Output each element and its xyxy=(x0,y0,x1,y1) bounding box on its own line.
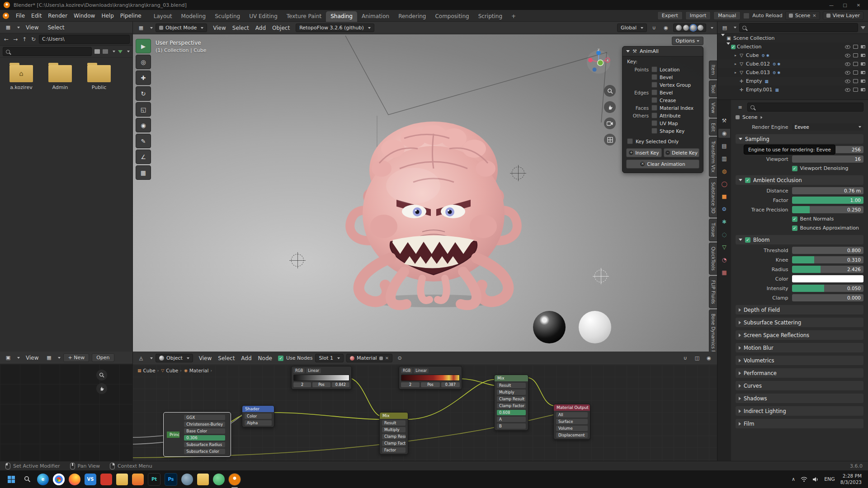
slot-dropdown[interactable]: Slot 1 xyxy=(315,354,344,362)
folder-item[interactable]: Public xyxy=(84,65,114,90)
viewport-canvas[interactable]: User Perspective (1) Collection | Cube ▶… xyxy=(133,34,717,352)
node-socket-row[interactable]: Factor xyxy=(382,447,406,453)
start-button[interactable] xyxy=(5,474,17,485)
menu-item[interactable]: Node xyxy=(255,355,275,361)
bloom-checkbox[interactable]: ✓ xyxy=(745,237,750,243)
key-selected-only-checkbox[interactable] xyxy=(627,138,633,144)
node-socket-row[interactable]: Multiply xyxy=(497,389,526,395)
collapsed-section[interactable]: Motion Blur xyxy=(736,343,863,352)
collapse-icon[interactable] xyxy=(626,50,630,52)
import-button[interactable]: Import xyxy=(685,11,711,20)
ramp-index[interactable]: 2 xyxy=(401,382,420,387)
node-socket-row[interactable]: Multiply xyxy=(382,427,406,432)
workspace-tab[interactable]: Animation xyxy=(357,11,394,22)
node-socket-row[interactable]: Displacement xyxy=(556,432,588,438)
section-bloom[interactable]: ✓ Bloom xyxy=(736,235,863,244)
wifi-icon[interactable] xyxy=(801,477,807,482)
menu-item[interactable]: Select xyxy=(229,25,252,31)
section-sampling[interactable]: Sampling xyxy=(736,134,863,144)
scene-unlink-icon[interactable]: ✕ xyxy=(812,13,816,18)
image-editor-canvas[interactable] xyxy=(0,364,132,461)
taskbar-app-icon[interactable] xyxy=(116,474,128,485)
properties-tab[interactable]: ◌ xyxy=(718,230,730,239)
rendered-shading-button[interactable] xyxy=(698,25,703,31)
taskbar-app-icon[interactable] xyxy=(229,474,241,485)
path-field[interactable]: C:\Users\ xyxy=(39,35,130,44)
new-image-button[interactable]: + New xyxy=(63,353,89,362)
workspace-tab[interactable]: Scripting xyxy=(474,11,507,22)
taskbar-app-icon[interactable]: VS xyxy=(85,474,96,485)
collapsed-section[interactable]: Film xyxy=(736,419,863,428)
disable-viewport-icon[interactable] xyxy=(853,88,858,92)
minimize-button[interactable]: — xyxy=(826,3,837,8)
node-canvas[interactable]: ▦ Cube › ▽ Cube › ◉ Material › xyxy=(133,365,717,461)
checkbox[interactable]: ✓ xyxy=(792,166,797,171)
menu-item[interactable]: File xyxy=(13,13,28,19)
collapsed-section[interactable]: Volumetrics xyxy=(736,356,863,365)
search-button[interactable] xyxy=(21,474,33,485)
collapsed-section[interactable]: Depth of Field xyxy=(736,305,863,314)
retopoflow-dropdown[interactable]: RetopoFlow 3.2.6 (github) xyxy=(296,23,374,32)
maximize-button[interactable]: □ xyxy=(839,3,851,8)
animall-checkbox[interactable] xyxy=(651,105,657,111)
taskbar-app-icon[interactable] xyxy=(197,474,209,485)
n-panel-tab[interactable]: Transform Vtx xyxy=(709,137,717,177)
collapsed-section[interactable]: Indirect Lighting xyxy=(736,406,863,416)
workspace-tab[interactable]: Rendering xyxy=(394,11,430,22)
property-slider[interactable]: 0.250 xyxy=(792,206,863,213)
animall-checkbox[interactable] xyxy=(651,74,657,80)
properties-tab[interactable]: ◍ xyxy=(718,167,730,176)
node-mix-2[interactable]: Mix Result Multiply Clamp Result Clamp F… xyxy=(494,375,528,431)
collapsed-section[interactable]: Curves xyxy=(736,381,863,390)
collection-checkbox[interactable]: ✓ xyxy=(731,45,736,49)
workspace-tab[interactable]: Layout xyxy=(149,11,177,22)
taskbar-app-icon[interactable] xyxy=(132,474,144,485)
property-slider[interactable]: 1.00 xyxy=(792,197,863,204)
n-panel-tab[interactable]: Substance 3D xyxy=(709,178,717,218)
ramp-interpolation-dropdown[interactable]: Linear xyxy=(306,368,321,373)
manual-button[interactable]: Manual xyxy=(713,11,741,20)
overlay-icon[interactable]: ◫ xyxy=(693,354,702,362)
folder-item[interactable]: Admin xyxy=(45,65,75,90)
properties-tab[interactable]: ▦ xyxy=(718,268,730,277)
property-slider[interactable]: 0.050 xyxy=(792,285,863,292)
property-slider[interactable]: 2.426 xyxy=(792,266,863,273)
node-socket-row[interactable]: Subsurface Radius xyxy=(184,442,225,447)
color-ramp-node[interactable]: RGB Linear 2 Pos 0.842 xyxy=(291,366,352,389)
editor-type-icon[interactable]: ▦ xyxy=(4,23,13,32)
ortho-grid-button[interactable] xyxy=(604,134,616,145)
property-slider[interactable]: 0.310 xyxy=(792,256,863,263)
hide-eye-icon[interactable] xyxy=(845,45,850,49)
editor-type-icon[interactable]: ◬ xyxy=(137,354,146,362)
node-socket-row[interactable]: Volume xyxy=(556,426,588,431)
disable-viewport-icon[interactable] xyxy=(853,45,858,49)
properties-tab[interactable]: ✱ xyxy=(718,217,730,226)
tool-transform[interactable]: ◉ xyxy=(136,118,151,132)
file-browser-select-menu[interactable]: Select xyxy=(44,24,67,31)
tray-chevron-icon[interactable]: ∧ xyxy=(792,476,795,482)
solid-shading-button[interactable] xyxy=(683,25,689,31)
back-button[interactable]: ← xyxy=(3,36,10,42)
options-button[interactable]: Options xyxy=(672,37,703,45)
disable-render-icon[interactable] xyxy=(861,54,865,57)
ramp-interpolation-dropdown[interactable]: Linear xyxy=(414,368,429,373)
n-panel-tab[interactable]: Bone Dynamics Pro xyxy=(709,310,717,352)
display-mode-list-icon[interactable] xyxy=(94,49,100,54)
hide-eye-icon[interactable] xyxy=(845,80,850,83)
properties-tab[interactable]: ▽ xyxy=(718,243,730,252)
outliner-row[interactable]: ✛ Empty.001 ▦ xyxy=(717,85,868,94)
node-material-output[interactable]: Material Output All Surface Volume Displ… xyxy=(553,404,590,440)
node-socket-row[interactable]: Result xyxy=(382,420,406,426)
pan-hand-button[interactable] xyxy=(604,101,616,113)
orientation-dropdown[interactable]: Global xyxy=(617,23,647,32)
outliner-row-scene-collection[interactable]: ▣ Scene Collection xyxy=(717,34,868,42)
workspace-tab[interactable]: Texture Paint xyxy=(282,11,326,22)
refresh-button[interactable]: ↻ xyxy=(30,36,37,42)
taskbar-app-icon[interactable] xyxy=(69,474,80,485)
animall-checkbox[interactable] xyxy=(651,97,657,103)
editor-type-icon[interactable]: ▦ xyxy=(137,24,146,32)
disable-render-icon[interactable] xyxy=(861,62,865,66)
hide-eye-icon[interactable] xyxy=(845,71,850,75)
properties-tab[interactable]: ▥ xyxy=(718,154,730,163)
shader-type-dropdown[interactable]: Object xyxy=(156,354,193,362)
